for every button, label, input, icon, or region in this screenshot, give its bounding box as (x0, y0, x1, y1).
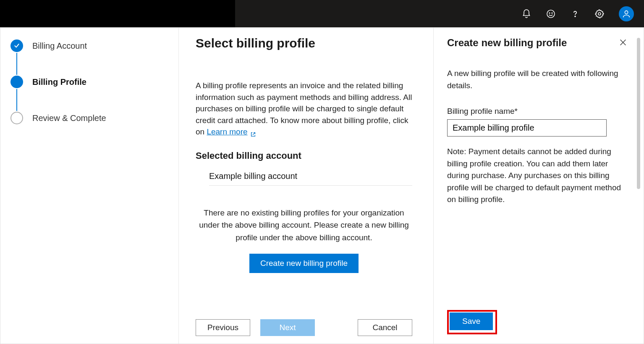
required-asterisk: * (515, 107, 518, 116)
feedback-smile-icon[interactable] (546, 9, 556, 19)
content-body: Billing Account Billing Profile Review &… (0, 27, 644, 344)
svg-point-1 (549, 13, 550, 13)
close-icon (618, 38, 628, 47)
wizard-sidebar: Billing Account Billing Profile Review &… (0, 28, 179, 344)
current-step-dot-icon (10, 76, 23, 88)
check-icon (10, 39, 23, 52)
svg-point-5 (625, 11, 628, 13)
wizard-footer: Previous Next Cancel (196, 312, 412, 344)
selected-account-heading: Selected billing account (196, 150, 412, 161)
help-icon[interactable] (570, 9, 580, 19)
step-billing-account[interactable]: Billing Account (10, 39, 168, 76)
page-description: A billing profile represents an invoice … (196, 80, 412, 138)
svg-point-3 (575, 16, 576, 17)
main-content: Select billing profile A billing profile… (179, 28, 434, 344)
svg-point-4 (598, 13, 601, 15)
panel-footer: Save (447, 302, 628, 334)
create-billing-profile-panel: Create new billing profile A new billing… (434, 28, 644, 344)
selected-account-row: Example billing account (209, 171, 412, 186)
previous-button[interactable]: Previous (196, 319, 250, 336)
notifications-icon[interactable] (521, 9, 531, 19)
next-button[interactable]: Next (260, 319, 315, 336)
step-label: Billing Account (32, 41, 87, 51)
selected-account-name: Example billing account (209, 171, 297, 181)
top-bar (0, 0, 644, 27)
billing-profile-name-input[interactable] (447, 119, 607, 137)
learn-more-link[interactable]: Learn more (207, 126, 256, 138)
pending-step-circle-icon (10, 112, 23, 124)
svg-point-0 (547, 10, 555, 18)
panel-title: Create new billing profile (447, 37, 567, 49)
save-button[interactable]: Save (450, 312, 493, 330)
topbar-actions (521, 6, 634, 21)
panel-intro: A new billing profile will be created wi… (447, 68, 628, 92)
page-title: Select billing profile (196, 36, 412, 50)
cancel-button[interactable]: Cancel (358, 319, 412, 336)
topbar-brand-area (0, 0, 235, 27)
close-panel-button[interactable] (618, 37, 628, 49)
create-new-billing-profile-button[interactable]: Create new billing profile (249, 254, 359, 273)
no-profiles-message: There are no existing billing profiles f… (196, 207, 412, 244)
external-link-icon (250, 129, 256, 135)
svg-point-2 (552, 13, 552, 13)
step-label: Billing Profile (32, 77, 86, 87)
panel-note: Note: Payment details cannot be added du… (447, 146, 628, 206)
account-avatar-icon[interactable] (619, 6, 634, 21)
billing-profile-name-label: Billing profile name* (447, 107, 628, 116)
field-label-text: Billing profile name (447, 107, 515, 116)
step-review-complete[interactable]: Review & Complete (10, 112, 168, 124)
scrollbar-thumb[interactable] (637, 38, 640, 189)
step-label: Review & Complete (32, 113, 106, 123)
save-highlight-box: Save (447, 310, 497, 334)
step-billing-profile[interactable]: Billing Profile (10, 76, 168, 112)
learn-more-text: Learn more (207, 126, 247, 138)
settings-gear-icon[interactable] (594, 9, 605, 19)
